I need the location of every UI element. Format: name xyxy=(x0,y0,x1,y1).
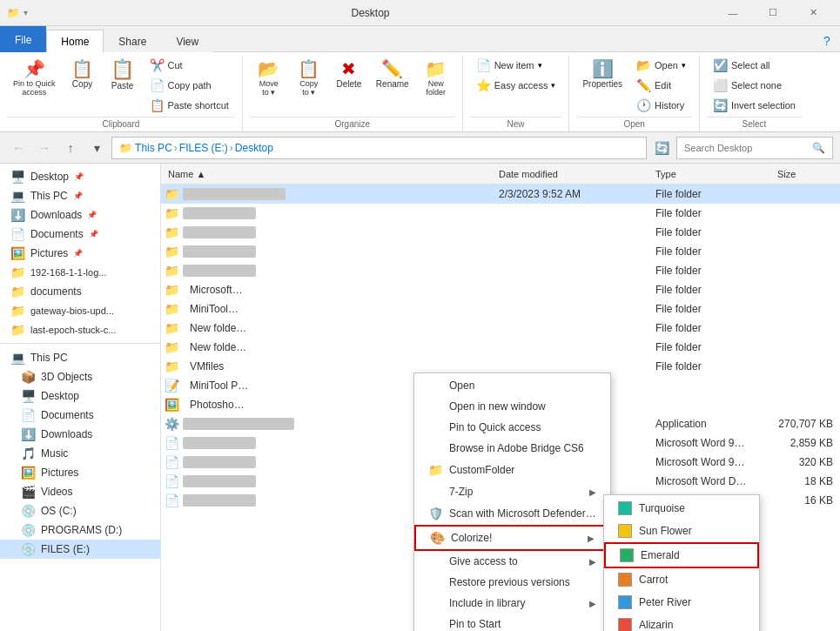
sidebar-item-downloads2[interactable]: ⬇️ Downloads xyxy=(0,425,160,444)
file-name-blurred: ████████ xyxy=(183,437,256,449)
ctx-defender[interactable]: 🛡️ Scan with Microsoft Defender… xyxy=(414,502,610,525)
sidebar-item-thispc-section[interactable]: 💻 This PC xyxy=(0,348,160,367)
folder-row-icon2: 📁 xyxy=(165,206,179,220)
ctx-pin-label: Pin to Quick access xyxy=(449,421,596,433)
invert-selection-button[interactable]: 🔄 Invert selection xyxy=(707,96,802,115)
breadcrumb-drive[interactable]: FILES (E:) xyxy=(179,142,228,154)
delete-button[interactable]: ✖ Delete xyxy=(330,56,368,93)
breadcrumb-folder[interactable]: Desktop xyxy=(235,142,273,154)
help-button[interactable]: ? xyxy=(814,30,840,52)
table-row[interactable]: 📁 ████████ File folder xyxy=(161,242,840,261)
sidebar-item-documents2[interactable]: 📄 Documents xyxy=(0,406,160,425)
copy-button[interactable]: 📋 Copy xyxy=(64,56,102,93)
sidebar-item-pictures[interactable]: 🖼️ Pictures 📌 xyxy=(0,244,160,263)
paste-shortcut-button[interactable]: 📋 Paste shortcut xyxy=(144,96,235,115)
sidebar-item-documents[interactable]: 📄 Documents 📌 xyxy=(0,225,160,244)
maximize-button[interactable]: ☐ xyxy=(753,0,793,26)
sidebar-item-lastepoch[interactable]: 📁 last-epoch-stuck-c... xyxy=(0,320,160,339)
forward-button[interactable]: → xyxy=(33,137,56,159)
open-button[interactable]: 📂 Open ▾ xyxy=(630,56,692,75)
sub-turquoise[interactable]: Turquoise xyxy=(604,497,759,520)
sidebar-item-docs-folder[interactable]: 📁 documents xyxy=(0,282,160,301)
sidebar-item-desktop2[interactable]: 🖥️ Desktop xyxy=(0,386,160,406)
minimize-button[interactable]: — xyxy=(713,0,753,26)
col-name-header[interactable]: Name ▲ xyxy=(161,169,492,179)
table-row[interactable]: 📁 ████████ File folder xyxy=(161,223,840,242)
tab-home[interactable]: Home xyxy=(46,30,104,52)
ctx-give-access[interactable]: Give access to ▶ xyxy=(414,551,610,572)
col-date-header[interactable]: Date modified xyxy=(492,169,648,179)
table-row[interactable]: 📁 Microsoft… File folder xyxy=(161,280,840,299)
col-size-header[interactable]: Size xyxy=(770,169,840,179)
history-button[interactable]: 🕐 History xyxy=(630,96,692,115)
ctx-restore-versions[interactable]: Restore previous versions xyxy=(414,572,610,593)
table-row[interactable]: 📁 New folde… File folder xyxy=(161,319,840,338)
tab-file[interactable]: File xyxy=(0,26,46,52)
delete-icon: ✖ xyxy=(341,60,356,77)
col-type-header[interactable]: Type xyxy=(648,169,770,179)
sidebar-item-filese[interactable]: 💿 FILES (E:) xyxy=(0,540,160,559)
ctx-include-library[interactable]: Include in library ▶ xyxy=(414,593,610,614)
sidebar-item-desktop[interactable]: 🖥️ Desktop 📌 xyxy=(0,167,160,186)
sidebar-item-programsd[interactable]: 💿 PROGRAMS (D:) xyxy=(0,520,160,540)
edit-button[interactable]: ✏️ Edit xyxy=(630,76,692,95)
sub-sunflower[interactable]: Sun Flower xyxy=(604,520,759,542)
cut-button[interactable]: ✂️ Cut xyxy=(144,56,235,75)
table-row[interactable]: 📁 ████████ File folder xyxy=(161,261,840,280)
properties-button[interactable]: ℹ️ Properties xyxy=(576,56,628,93)
sub-carrot[interactable]: Carrot xyxy=(604,568,759,591)
new-item-button[interactable]: 📄 New item ▾ xyxy=(470,56,562,75)
sidebar-item-downloads[interactable]: ⬇️ Downloads 📌 xyxy=(0,205,160,225)
move-to-button[interactable]: 📂 Moveto ▾ xyxy=(250,56,288,101)
paste-button[interactable]: 📋 Paste xyxy=(104,56,142,95)
back-button[interactable]: ← xyxy=(7,137,30,159)
breadcrumb-pc[interactable]: 📁 This PC xyxy=(119,142,172,154)
sidebar-item-3dobjects[interactable]: 📦 3D Objects xyxy=(0,367,160,386)
up-button[interactable]: ↑ xyxy=(59,137,82,159)
ctx-7zip[interactable]: 7-Zip ▶ xyxy=(414,481,610,502)
new-folder-button[interactable]: 📁 Newfolder xyxy=(417,56,455,101)
select-none-icon: ⬜ xyxy=(713,78,728,92)
copy-to-button[interactable]: 📋 Copyto ▾ xyxy=(290,56,328,101)
rename-button[interactable]: ✏️ Rename xyxy=(370,56,415,93)
ctx-open-new-window[interactable]: Open in new window xyxy=(414,396,610,417)
file-name-cell: 📁 New folde… xyxy=(161,321,492,335)
sidebar-item-thispc[interactable]: 💻 This PC 📌 xyxy=(0,186,160,205)
ctx-browse-bridge[interactable]: Browse in Adobe Bridge CS6 xyxy=(414,438,610,459)
close-button[interactable]: ✕ xyxy=(793,0,833,26)
ctx-colorize[interactable]: 🎨 Colorize! ▶ xyxy=(414,525,610,551)
sidebar-item-gateway[interactable]: 📁 gateway-bios-upd... xyxy=(0,301,160,320)
search-icon[interactable]: 🔍 xyxy=(812,142,825,154)
recent-locations-button[interactable]: ▾ xyxy=(85,137,108,159)
refresh-button[interactable]: 🔄 xyxy=(650,137,673,159)
desktop-icon2: 🖥️ xyxy=(21,389,36,403)
sub-alizarin[interactable]: Alizarin xyxy=(604,614,759,631)
sidebar-item-music[interactable]: 🎵 Music xyxy=(0,444,160,463)
table-row[interactable]: 📁 ████████ File folder xyxy=(161,204,840,223)
sidebar-item-videos[interactable]: 🎬 Videos xyxy=(0,482,160,501)
ctx-open[interactable]: Open xyxy=(414,375,610,396)
table-row[interactable]: 📁 MiniTool… File folder xyxy=(161,299,840,319)
sidebar-item-pictures2[interactable]: 🖼️ Pictures xyxy=(0,463,160,482)
table-row[interactable]: 📁 New folde… File folder xyxy=(161,338,840,357)
search-input[interactable] xyxy=(684,143,812,153)
sub-peterriver[interactable]: Peter River xyxy=(604,591,759,614)
sidebar-item-osc[interactable]: 💿 OS (C:) xyxy=(0,501,160,520)
address-path[interactable]: 📁 This PC › FILES (E:) › Desktop xyxy=(111,137,647,159)
tab-share[interactable]: Share xyxy=(104,30,161,52)
table-row[interactable]: 📁 ████████████ 2/3/2023 9:52 AM File fol… xyxy=(161,185,840,204)
folder-icon-1: 📁 xyxy=(10,265,25,279)
tab-view[interactable]: View xyxy=(161,30,213,52)
ctx-customfolder[interactable]: 📁 CustomFolder xyxy=(414,459,610,481)
copy-path-button[interactable]: 📄 Copy path xyxy=(144,76,235,95)
select-none-button[interactable]: ⬜ Select none xyxy=(707,76,802,95)
easy-access-button[interactable]: ⭐ Easy access ▾ xyxy=(470,76,562,95)
ctx-pin-start[interactable]: Pin to Start xyxy=(414,614,610,631)
file-name-text: New folde… xyxy=(183,322,253,334)
history-icon: 🕐 xyxy=(636,98,651,112)
pin-to-quick-access-button[interactable]: 📌 Pin to Quickaccess xyxy=(7,56,62,101)
sidebar-item-network-log[interactable]: 📁 192-168-1-1-log... xyxy=(0,263,160,282)
sub-emerald[interactable]: Emerald xyxy=(604,542,759,568)
select-all-button[interactable]: ☑️ Select all xyxy=(707,56,802,75)
ctx-pin-quick[interactable]: Pin to Quick access xyxy=(414,417,610,438)
